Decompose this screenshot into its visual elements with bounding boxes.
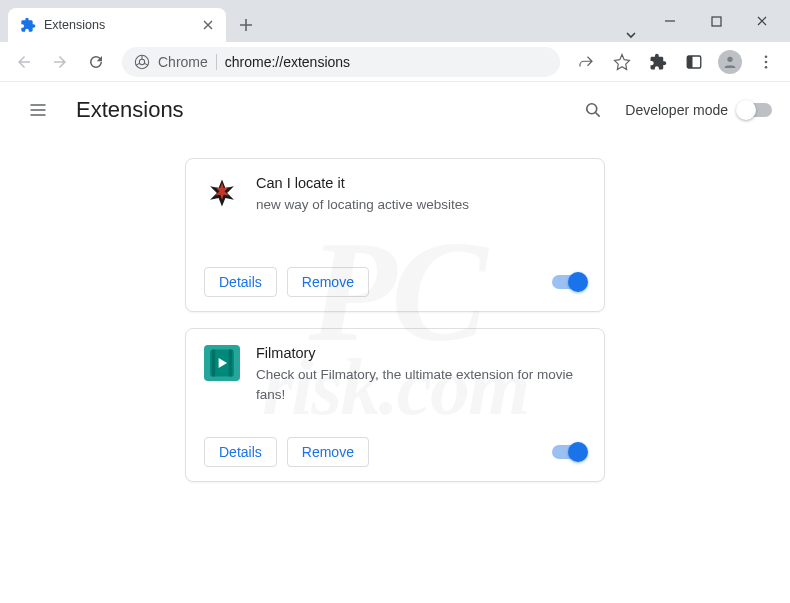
extension-card: Filmatory Check out Filmatory, the ultim… — [185, 328, 605, 482]
enable-toggle[interactable] — [552, 445, 586, 459]
search-extensions-button[interactable] — [577, 94, 609, 126]
new-tab-button[interactable] — [232, 11, 260, 39]
extension-name: Filmatory — [256, 345, 586, 361]
svg-rect-12 — [229, 349, 232, 376]
page-header: Extensions Developer mode — [0, 82, 790, 138]
svg-rect-11 — [212, 349, 215, 376]
extension-description: Check out Filmatory, the ultimate extens… — [256, 365, 586, 404]
bookmark-button[interactable] — [606, 46, 638, 78]
hamburger-menu-button[interactable] — [18, 90, 58, 130]
forward-button[interactable] — [44, 46, 76, 78]
page-title: Extensions — [76, 97, 184, 123]
enable-toggle[interactable] — [552, 275, 586, 289]
omnibox-divider — [216, 54, 217, 70]
developer-mode-toggle[interactable]: Developer mode — [625, 102, 772, 118]
kebab-menu-button[interactable] — [750, 46, 782, 78]
sidepanel-button[interactable] — [678, 46, 710, 78]
remove-button[interactable]: Remove — [287, 437, 369, 467]
extension-app-icon — [204, 175, 240, 211]
reload-button[interactable] — [80, 46, 112, 78]
minimize-button[interactable] — [648, 6, 692, 36]
svg-point-8 — [765, 65, 768, 68]
omnibox-url: chrome://extensions — [225, 54, 350, 70]
extension-description: new way of locating active websites — [256, 195, 586, 215]
svg-point-9 — [587, 104, 597, 114]
close-tab-icon[interactable] — [200, 17, 216, 33]
address-bar[interactable]: Chrome chrome://extensions — [122, 47, 560, 77]
browser-toolbar: Chrome chrome://extensions — [0, 42, 790, 82]
tab-strip: Extensions — [0, 8, 614, 42]
svg-point-6 — [765, 55, 768, 58]
extensions-button[interactable] — [642, 46, 674, 78]
svg-point-2 — [139, 59, 144, 64]
svg-point-7 — [765, 60, 768, 63]
remove-button[interactable]: Remove — [287, 267, 369, 297]
details-button[interactable]: Details — [204, 267, 277, 297]
back-button[interactable] — [8, 46, 40, 78]
window-controls — [648, 0, 790, 42]
tab-search-button[interactable] — [614, 28, 648, 42]
extensions-list: Can I locate it new way of locating acti… — [0, 138, 790, 482]
profile-button[interactable] — [714, 46, 746, 78]
tab-title: Extensions — [44, 18, 105, 32]
window-titlebar: Extensions — [0, 0, 790, 42]
maximize-button[interactable] — [694, 6, 738, 36]
chrome-icon — [134, 54, 150, 70]
svg-rect-0 — [712, 17, 721, 26]
omnibox-scheme: Chrome — [158, 54, 208, 70]
extension-name: Can I locate it — [256, 175, 586, 191]
svg-point-5 — [727, 56, 732, 61]
browser-tab[interactable]: Extensions — [8, 8, 226, 42]
extension-app-icon — [204, 345, 240, 381]
close-window-button[interactable] — [740, 6, 784, 36]
extension-card: Can I locate it new way of locating acti… — [185, 158, 605, 312]
extension-puzzle-icon — [20, 17, 36, 33]
share-button[interactable] — [570, 46, 602, 78]
toggle-off-icon[interactable] — [738, 103, 772, 117]
avatar-icon — [718, 50, 742, 74]
details-button[interactable]: Details — [204, 437, 277, 467]
developer-mode-label: Developer mode — [625, 102, 728, 118]
svg-rect-4 — [687, 56, 692, 68]
